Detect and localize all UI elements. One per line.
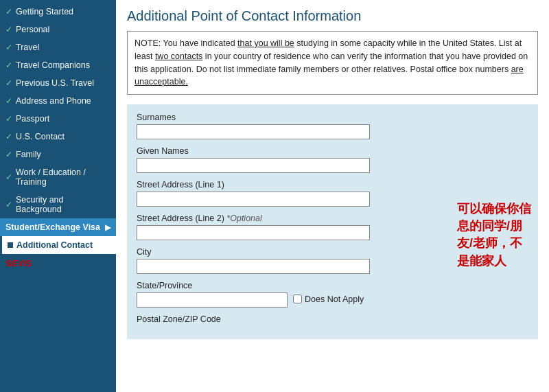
- check-icon: ✓: [5, 7, 12, 16]
- does-not-apply-checkbox[interactable]: [293, 295, 302, 303]
- sidebar-item-label: Student/Exchange Visa: [5, 222, 100, 232]
- check-icon: ✓: [5, 200, 12, 209]
- postal-label: Postal Zone/ZIP Code: [137, 314, 528, 324]
- sidebar-item-us-contact[interactable]: ✓ U.S. Contact: [0, 128, 116, 146]
- sidebar-item-label: U.S. Contact: [16, 132, 65, 141]
- page-title: Additional Point of Contact Information: [127, 8, 538, 24]
- sidebar-item-label: Additional Contact: [16, 240, 93, 250]
- sidebar-item-label: Travel: [16, 43, 39, 52]
- check-icon: ✓: [5, 78, 12, 88]
- sidebar-item-travel-companions[interactable]: ✓ Travel Companions: [0, 56, 116, 74]
- note-text: NOTE: You have indicated that you will b…: [135, 38, 528, 87]
- check-icon: ✓: [5, 114, 12, 124]
- check-icon: ✓: [5, 25, 12, 34]
- arrow-icon: ▶: [105, 223, 110, 232]
- sidebar-item-sevis[interactable]: SEVIS: [0, 254, 116, 273]
- sidebar-item-label: Passport: [16, 114, 49, 124]
- does-not-apply-label[interactable]: Does Not Apply: [293, 295, 364, 304]
- sidebar-item-passport[interactable]: ✓ Passport: [0, 110, 116, 128]
- check-icon: ✓: [5, 60, 12, 70]
- check-icon: ✓: [5, 150, 12, 159]
- given-names-group: Given Names: [137, 146, 528, 173]
- sidebar-item-label: Address and Phone: [16, 96, 91, 106]
- sidebar-item-student-exchange-visa[interactable]: Student/Exchange Visa▶: [0, 218, 116, 236]
- city-input[interactable]: [137, 259, 370, 274]
- sidebar-item-work-education-training[interactable]: ✓ Work / Education / Training: [0, 163, 116, 191]
- sidebar-item-label: Travel Companions: [16, 60, 90, 70]
- check-icon: ✓: [5, 96, 12, 106]
- sidebar-item-family[interactable]: ✓ Family: [0, 146, 116, 163]
- surnames-group: Surnames: [137, 113, 528, 139]
- check-icon: ✓: [5, 43, 12, 52]
- sidebar-item-security-and-background[interactable]: ✓ Security and Background: [0, 191, 116, 218]
- square-icon: [8, 242, 13, 248]
- state-input[interactable]: [137, 292, 288, 308]
- sidebar-item-additional-contact[interactable]: Additional Contact: [0, 236, 116, 254]
- sidebar-item-address-and-phone[interactable]: ✓ Address and Phone: [0, 92, 116, 110]
- sidebar-item-label: Previous U.S. Travel: [16, 78, 94, 88]
- sidebar-item-label: Personal: [16, 25, 49, 34]
- surnames-label: Surnames: [137, 113, 528, 122]
- sidebar-item-label: Work / Education / Training: [16, 168, 110, 187]
- sidebar-item-getting-started[interactable]: ✓ Getting Started: [0, 3, 116, 21]
- street1-input[interactable]: [137, 192, 370, 207]
- sidebar-item-label: Family: [16, 150, 41, 159]
- chinese-annotation: 可以确保你信息的同学/朋友/老师，不是能家人: [457, 200, 531, 270]
- surnames-input[interactable]: [137, 124, 370, 139]
- sidebar-item-label: Security and Background: [16, 195, 110, 214]
- sidebar-item-travel[interactable]: ✓ Travel: [0, 38, 116, 56]
- sidebar-item-previous-us-travel[interactable]: ✓ Previous U.S. Travel: [0, 74, 116, 92]
- state-group: State/Province Does Not Apply: [137, 281, 528, 308]
- street1-label: Street Address (Line 1): [137, 180, 528, 189]
- street2-optional: *Optional: [226, 214, 261, 223]
- sidebar: ✓ Getting Started✓ Personal✓ Travel✓ Tra…: [0, 0, 116, 392]
- given-names-input[interactable]: [137, 158, 370, 173]
- postal-group: Postal Zone/ZIP Code: [137, 314, 528, 324]
- check-icon: ✓: [5, 172, 12, 182]
- given-names-label: Given Names: [137, 146, 528, 156]
- form-area: 可以确保你信息的同学/朋友/老师，不是能家人 Surnames Given Na…: [127, 104, 538, 339]
- note-box: NOTE: You have indicated that you will b…: [127, 31, 538, 95]
- street2-input[interactable]: [137, 225, 370, 240]
- main-content: TestDaily Additional Point of Contact In…: [116, 0, 549, 392]
- check-icon: ✓: [5, 132, 12, 141]
- sidebar-item-personal[interactable]: ✓ Personal: [0, 21, 116, 38]
- sidebar-item-label: Getting Started: [16, 7, 73, 16]
- state-label: State/Province: [137, 281, 528, 290]
